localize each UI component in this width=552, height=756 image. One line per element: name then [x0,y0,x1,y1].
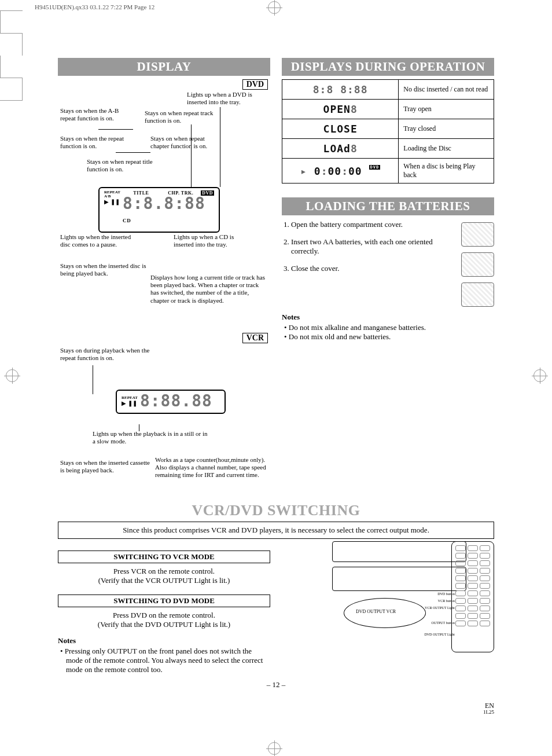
desc-cell: When a disc is being Play back [399,159,494,184]
callout-playing: Stays on when the inserted disc is being… [60,262,159,277]
list-item: Do not mix alkaline and manganese batter… [284,323,494,332]
callout-vcr-counter: Works as a tape counter(hour,minute only… [155,456,271,479]
callout-vcr-playing: Stays on when the inserted cassette is b… [60,459,153,474]
registration-mark-icon [268,1,281,14]
display-cell: 8:8 8:88 [282,80,399,100]
section-title-display: DISPLAY [58,58,270,76]
page-number: – 12 – [58,680,494,689]
callout-vcr-still: Lights up when the playback is in a stil… [93,430,208,445]
callout-pause: Lights up when the inserted disc comes t… [60,233,141,248]
list-item: Do not mix old and new batteries. [284,332,494,342]
seven-segment-icon: 8:88.88 [140,393,212,409]
battery-illustration-icon [461,252,494,277]
registration-mark-icon [268,742,281,755]
crop-mark-icon [0,33,23,56]
lcd-label-ab: A·B [104,194,120,199]
crop-mark-icon [0,78,23,101]
crop-mark-icon [0,56,23,78]
vcr-tag: VCR [242,333,268,343]
panel-label-vcrlight: VCR OUTPUT Light [425,606,455,610]
callout-repeat-title: Stays on when repeat title function is o… [87,158,156,173]
display-cell: CLOSE [282,119,399,139]
callout-cd: Lights up when a CD is inserted into the… [174,233,249,248]
switching-intro: Since this product comprises VCR and DVD… [58,522,494,539]
display-cell: ▸ 0:00:00 DVD [282,159,399,184]
lcd-label-repeat: REPEAT [122,396,138,400]
dvd-mode-line1: Press DVD on the remote control. [58,611,270,620]
operation-displays-table: 8:8 8:88 No disc inserted / can not read… [282,79,494,184]
panel-label-vcrbtn: VCR button [438,599,455,603]
section-title-batteries: LOADING THE BATTERIES [282,197,494,215]
vcr-mode-line2: (Verify that the VCR OUTPUT Light is lit… [58,576,270,585]
callout-ab-repeat: Stays on when the A-B repeat function is… [60,107,135,122]
notes-heading: Notes [58,636,270,645]
callout-repeat: Stays on when the repeat function is on. [60,135,141,150]
callout-dvd-insert: Lights up when a DVD is inserted into th… [187,91,268,106]
callout-vcr-repeat: Stays on during playback when the repeat… [60,347,153,362]
lcd-dvd-display: REPEAT A·B ▶ ❚❚ TITLE CHP. TRK. DVD [98,187,220,233]
footer-code: 1L25 [483,710,494,715]
desc-cell: Loading the Disc [399,139,494,159]
battery-illustration-icon [461,282,494,307]
registration-mark-icon [533,369,546,382]
lcd-vcr-display: REPEAT ▶ ❚❚ 8:88.88 [116,390,226,414]
vcr-mode-line1: Press VCR on the remote control. [58,567,270,576]
vcr-mode-heading: SWITCHING TO VCR MODE [58,551,270,563]
battery-illustration-icon [461,222,494,247]
seven-segment-icon: 8:8.8:88 CD [123,196,214,228]
remote-control-icon [451,541,494,652]
vcr-unit-icon [332,541,466,562]
dvd-mode-line2: (Verify that the DVD OUTPUT Light is lit… [58,620,270,629]
dvd-mode-heading: SWITCHING TO DVD MODE [58,594,270,607]
display-cell: OPEN8 [282,100,399,119]
panel-label-outbtn: OUTPUT button [432,621,455,625]
callout-repeat-chapter: Stays on when repeat chapter function is… [150,135,220,150]
lcd-label-cd: CD [123,218,131,223]
callout-counter: Displays how long a current title or tra… [150,274,266,304]
display-cell: LOAd8 [282,139,399,159]
section-title-switching: VCR/DVD SWITCHING [58,502,494,519]
crop-mark-icon [0,10,23,33]
dvd-unit-icon [332,567,466,591]
device-illustration: DVD OUTPUT VCR [332,541,494,657]
dvd-tag: DVD [242,79,268,90]
panel-label-dvdoutvcr: DVD OUTPUT VCR [356,609,396,614]
switching-notes: Pressing only OUTPUT on the front panel … [60,647,270,674]
table-row: ▸ 0:00:00 DVD When a disc is being Play … [282,159,494,184]
registration-mark-icon [6,369,19,382]
notes-heading: Notes [282,313,494,322]
list-item: Pressing only OUTPUT on the front panel … [60,647,270,674]
callout-repeat-track: Stays on when repeat track function is o… [145,109,226,124]
desc-cell: Tray closed [399,119,494,139]
table-row: OPEN8 Tray open [282,100,494,119]
panel-label-dvdbtn: DVD button [437,592,455,596]
battery-notes: Do not mix alkaline and manganese batter… [284,323,494,342]
panel-label-dvdlight: DVD OUTPUT Light [424,633,455,636]
table-row: 8:8 8:88 No disc inserted / can not read [282,80,494,100]
oval-detail-icon: DVD OUTPUT VCR [344,598,426,628]
section-title-displays-operation: DISPLAYS DURING OPERATION [282,58,494,76]
desc-cell: Tray open [399,100,494,119]
desc-cell: No disc inserted / can not read [399,80,494,100]
table-row: LOAd8 Loading the Disc [282,139,494,159]
table-row: CLOSE Tray closed [282,119,494,139]
